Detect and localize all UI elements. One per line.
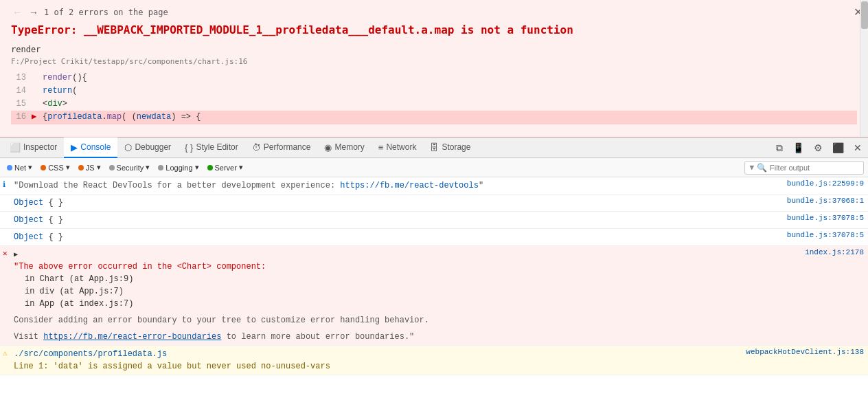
object-2-location: bundle.js:37078:5 — [780, 214, 864, 222]
settings-button[interactable]: ⚙ — [810, 140, 826, 155]
warn-icon: ⚠ — [3, 349, 8, 357]
dock-button[interactable]: ⬛ — [829, 140, 847, 155]
filter-css-button[interactable]: CSS ▾ — [38, 162, 73, 173]
code-line-16: 16 ▶ {profiledata.map( (newdata) => { — [11, 111, 857, 124]
filter-funnel-icon: ▼ — [749, 163, 754, 172]
next-error-button[interactable]: → — [27, 7, 40, 18]
tab-memory-label: Memory — [334, 142, 364, 152]
code-block: 13 render(){ 14 return( 15 <div> 16 ▶ {p… — [11, 71, 857, 124]
error-expand-arrow[interactable]: ▶ — [14, 250, 18, 260]
object-label-2: Object — [14, 215, 43, 225]
error-scrollbar-thumb[interactable] — [861, 1, 868, 29]
network-icon: ≡ — [378, 142, 384, 153]
net-chevron-icon: ▾ — [28, 163, 32, 172]
error-in-app: in App (at index.js:7) — [14, 298, 798, 310]
tab-style-editor-label: Style Editor — [196, 142, 238, 152]
tab-performance-label: Performance — [264, 142, 311, 152]
error-in-div: in div (at App.js:7) — [14, 285, 798, 298]
tab-debugger-label: Debugger — [135, 142, 171, 152]
filter-net-label: Net — [14, 164, 26, 172]
filter-logging-label: Logging — [165, 164, 192, 172]
debugger-icon: ⬡ — [124, 142, 132, 153]
console-row-warning: ⚠ ./src/components/profiledata.js Line 1… — [0, 346, 868, 375]
filter-search-input[interactable] — [770, 164, 859, 172]
console-row-error-boundary: ✕ ▶ "The above error occurred in the <Ch… — [0, 246, 868, 346]
memory-icon: ◉ — [324, 142, 332, 153]
filter-logging-button[interactable]: Logging ▾ — [155, 162, 201, 173]
object-label-1: Object — [14, 198, 43, 208]
tab-network-label: Network — [386, 142, 416, 152]
filter-js-label: JS — [86, 164, 95, 172]
filter-server-button[interactable]: Server ▾ — [205, 162, 246, 173]
net-dot — [7, 165, 12, 170]
object-3-location: bundle.js:37078:5 — [780, 231, 864, 239]
security-chevron-icon: ▾ — [146, 163, 150, 172]
server-dot — [207, 165, 213, 170]
object-label-3: Object — [14, 232, 43, 242]
filter-server-label: Server — [215, 164, 237, 172]
code-line-15: 15 <div> — [11, 98, 857, 111]
close-devtools-button[interactable]: ✕ — [850, 140, 865, 155]
code-line-14: 14 return( — [11, 85, 857, 98]
filter-bar: Net ▾ CSS ▾ JS ▾ Security ▾ Logging ▾ Se… — [0, 158, 868, 177]
object-1-location: bundle.js:37068:1 — [780, 197, 864, 205]
error-scrollbar[interactable] — [860, 0, 868, 137]
warn-file-path: ./src/components/profiledata.js — [14, 349, 167, 359]
devtools-info-text: "Download the React DevTools for a bette… — [14, 179, 780, 192]
tab-debugger[interactable]: ⬡ Debugger — [117, 137, 178, 158]
js-chevron-icon: ▾ — [97, 163, 101, 172]
tab-console[interactable]: ▶ Console — [64, 137, 117, 158]
devtools-info-location: bundle.js:22599:9 — [780, 179, 864, 188]
error-title: TypeError: __WEBPACK_IMPORTED_MODULE_1__… — [11, 23, 857, 38]
performance-icon: ⏱ — [252, 142, 261, 153]
console-row-object-1: Object { } bundle.js:37068:1 — [0, 195, 868, 212]
tab-storage-label: Storage — [442, 142, 470, 152]
tab-memory[interactable]: ◉ Memory — [317, 137, 371, 158]
error-count: 1 of 2 errors on the page — [44, 8, 168, 17]
console-row-devtools-info: ℹ "Download the React DevTools for a bet… — [0, 177, 868, 195]
split-pane-button[interactable]: ⧉ — [773, 140, 786, 156]
tab-console-label: Console — [80, 142, 111, 152]
filter-net-button[interactable]: Net ▾ — [4, 162, 35, 173]
storage-icon: 🗄 — [430, 142, 439, 153]
filter-search-box[interactable]: ▼ 🔍 — [744, 161, 864, 175]
error-icon: ✕ — [3, 249, 8, 258]
console-icon: ▶ — [71, 142, 78, 153]
tab-inspector-label: Inspector — [23, 142, 57, 152]
toolbar-right-buttons: ⧉ 📱 ⚙ ⬛ ✕ — [773, 140, 865, 156]
warn-location: webpackHotDevClient.js:138 — [739, 348, 864, 356]
logging-chevron-icon: ▾ — [195, 163, 199, 172]
search-icon: 🔍 — [757, 163, 767, 173]
security-dot — [109, 165, 115, 170]
tab-inspector[interactable]: ⬜ Inspector — [3, 137, 64, 158]
tab-style-editor[interactable]: { } Style Editor — [178, 137, 245, 158]
error-boundary-visit: Visit https://fb.me/react-error-boundari… — [14, 331, 798, 343]
filter-js-button[interactable]: JS ▾ — [76, 162, 104, 173]
filter-css-label: CSS — [48, 164, 64, 172]
error-location: render — [11, 45, 857, 54]
tab-network[interactable]: ≡ Network — [372, 137, 424, 158]
devtools-toolbar: ⬜ Inspector ▶ Console ⬡ Debugger { } Sty… — [0, 137, 868, 158]
console-row-object-3: Object { } bundle.js:37078:5 — [0, 229, 868, 246]
error-component-summary: "The above error occurred in the <Chart>… — [14, 261, 798, 273]
error-file: F:/Project Crikit/testapp/src/components… — [11, 57, 857, 66]
responsive-design-button[interactable]: 📱 — [789, 140, 808, 155]
inspector-icon: ⬜ — [10, 142, 21, 153]
error-panel: ← → 1 of 2 errors on the page TypeError:… — [0, 0, 868, 137]
filter-security-label: Security — [117, 164, 144, 172]
warn-message: Line 1: 'data' is assigned a value but n… — [14, 362, 330, 371]
tab-storage[interactable]: 🗄 Storage — [423, 137, 477, 158]
error-navigation: ← → 1 of 2 errors on the page — [11, 7, 857, 18]
console-output[interactable]: ℹ "Download the React DevTools for a bet… — [0, 177, 868, 398]
info-icon: ℹ — [3, 180, 5, 189]
prev-error-button[interactable]: ← — [11, 7, 23, 18]
error-boundary-consider: Consider adding an error boundary to you… — [14, 314, 798, 327]
error-in-chart: in Chart (at App.js:9) — [14, 273, 798, 285]
server-chevron-icon: ▾ — [239, 163, 243, 172]
style-editor-icon: { } — [185, 142, 193, 153]
tab-performance[interactable]: ⏱ Performance — [245, 137, 318, 158]
console-row-object-2: Object { } bundle.js:37078:5 — [0, 212, 868, 229]
code-line-13: 13 render(){ — [11, 71, 857, 85]
filter-security-button[interactable]: Security ▾ — [106, 162, 153, 173]
error-boundary-location: index.js:2178 — [798, 248, 864, 256]
